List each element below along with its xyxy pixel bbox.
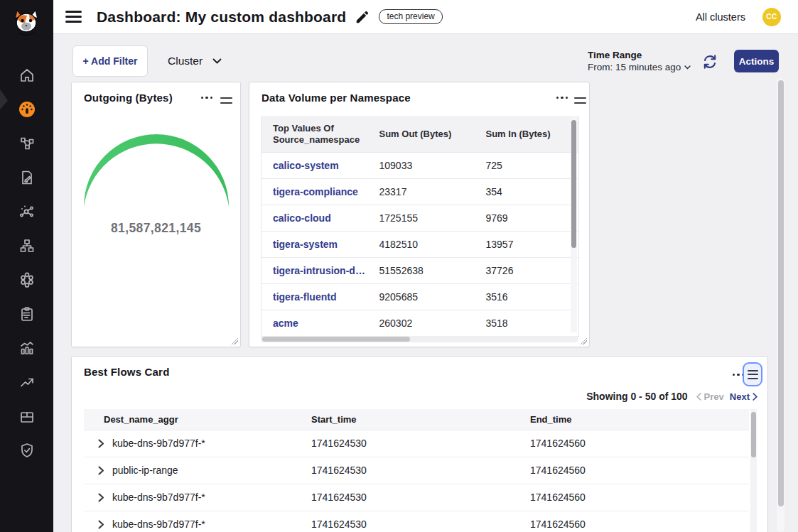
sum-out-value: 109033 xyxy=(368,152,475,178)
table-row: kube-dns-9b7d977f-* 1741624530 174162456… xyxy=(84,430,749,457)
sum-in-value: 37726 xyxy=(475,257,579,283)
namespace-link[interactable]: tigera-fluentd xyxy=(273,291,336,303)
calico-logo xyxy=(11,6,41,37)
connections-icon xyxy=(18,203,36,220)
sum-in-value: 725 xyxy=(475,152,579,178)
service-graph-icon xyxy=(18,135,36,152)
sidebar-item-service-graph[interactable] xyxy=(0,129,53,158)
table-horizontal-scrollbar[interactable] xyxy=(261,336,578,342)
table-row: tigera-system 4182510 13957 xyxy=(261,231,579,257)
sidebar-item-policies[interactable] xyxy=(0,300,53,328)
sum-out-value: 260302 xyxy=(368,310,475,336)
column-header: Start_time xyxy=(311,409,530,430)
time-range-control[interactable]: Time Range From: 15 minutes ago xyxy=(588,50,691,72)
actions-button[interactable]: Actions xyxy=(734,50,779,72)
hamburger-menu-icon[interactable] xyxy=(65,11,82,23)
sidebar-item-packages[interactable] xyxy=(0,402,53,430)
dashboard-gauge-icon xyxy=(18,100,36,119)
namespace-link[interactable]: tigera-compliance xyxy=(273,186,358,197)
table-row: public-ip-range 1741624530 1741624560 xyxy=(84,457,749,484)
namespace-link[interactable]: calico-system xyxy=(273,160,339,171)
gauge-value: 81,587,821,145 xyxy=(72,221,240,236)
network-topology-icon xyxy=(18,237,36,254)
card-title: Data Volume per Namespace xyxy=(261,92,411,104)
sidebar-item-clusters[interactable] xyxy=(0,266,53,294)
document-edit-icon xyxy=(18,169,36,186)
card-resize-handle[interactable] xyxy=(232,338,238,344)
table-row: acme 260302 3518 xyxy=(261,310,579,336)
chevron-down-icon xyxy=(212,58,222,64)
column-header: Dest_name_aggr xyxy=(84,409,311,430)
page-title: Dashboard: My custom dashboard xyxy=(97,9,346,26)
all-clusters-selector[interactable]: All clusters xyxy=(696,11,745,23)
clipboard-icon xyxy=(18,305,36,322)
edit-pencil-icon[interactable] xyxy=(355,9,370,25)
sidebar xyxy=(0,0,53,532)
card-drag-handle-icon[interactable] xyxy=(571,94,589,107)
dest-name: public-ip-range xyxy=(112,465,178,476)
column-header: End_time xyxy=(530,409,749,430)
sidebar-item-connections[interactable] xyxy=(0,197,53,226)
card-resize-handle[interactable] xyxy=(581,338,587,344)
expand-row-chevron-icon[interactable] xyxy=(98,439,104,448)
expand-row-chevron-icon[interactable] xyxy=(98,493,104,502)
start-time: 1741624530 xyxy=(311,457,530,484)
page-vertical-scrollbar[interactable] xyxy=(777,78,784,532)
expand-row-chevron-icon[interactable] xyxy=(98,466,104,475)
sidebar-item-home[interactable] xyxy=(0,61,53,89)
prev-page-button[interactable]: Prev xyxy=(696,391,724,402)
refresh-icon xyxy=(701,53,719,71)
table-row: tigera-compliance 23317 354 xyxy=(261,178,579,205)
best-flows-table: Dest_name_aggr Start_time End_time kube-… xyxy=(84,409,749,532)
namespace-table: Top Values Of Source_namespace Sum Out (… xyxy=(261,116,579,337)
time-range-value: From: 15 minutes ago xyxy=(588,62,681,72)
namespace-link[interactable]: calico-cloud xyxy=(273,212,331,224)
table-vertical-scrollbar[interactable] xyxy=(571,117,577,332)
sum-in-value: 354 xyxy=(475,178,579,205)
table-vertical-scrollbar[interactable] xyxy=(750,409,757,532)
card-drag-handle-focused[interactable] xyxy=(743,362,762,386)
sum-in-value: 3518 xyxy=(475,310,579,336)
chevron-right-icon xyxy=(753,393,757,401)
sidebar-item-flow-logs[interactable] xyxy=(0,163,53,192)
sidebar-item-statistics[interactable] xyxy=(0,334,53,362)
card-menu-icon[interactable] xyxy=(198,94,215,102)
shield-check-icon xyxy=(18,442,36,459)
pagination-status: Showing 0 - 50 of 100 xyxy=(586,391,687,402)
add-filter-button[interactable]: + Add Filter xyxy=(72,45,148,77)
cluster-nodes-icon xyxy=(18,271,36,288)
pagination: Showing 0 - 50 of 100 Prev Next xyxy=(586,391,757,402)
chevron-left-icon xyxy=(696,393,701,401)
cluster-dropdown[interactable]: Cluster xyxy=(168,45,222,77)
dest-name: kube-dns-9b7d977f-* xyxy=(112,438,205,449)
time-range-title: Time Range xyxy=(588,50,691,60)
user-avatar[interactable]: CC xyxy=(762,8,781,26)
dest-name: kube-dns-9b7d977f-* xyxy=(112,492,205,503)
namespace-link[interactable]: tigera-intrusion-d… xyxy=(273,265,365,276)
cluster-dropdown-label: Cluster xyxy=(168,55,203,67)
tech-preview-badge: tech preview xyxy=(379,9,442,24)
sum-out-value: 1725155 xyxy=(368,205,475,231)
start-time: 1741624530 xyxy=(311,484,530,511)
end-time: 1741624560 xyxy=(530,484,749,511)
sidebar-item-network-topology[interactable] xyxy=(0,232,53,260)
expand-row-chevron-icon[interactable] xyxy=(98,520,104,529)
namespace-link[interactable]: acme xyxy=(273,317,298,329)
trend-arrow-icon xyxy=(18,374,36,391)
column-header: Sum Out (Bytes) xyxy=(368,117,475,153)
sum-out-value: 23317 xyxy=(368,178,475,205)
refresh-button[interactable] xyxy=(701,53,719,71)
sum-out-value: 4182510 xyxy=(368,231,475,257)
dest-name: kube-dns-9b7d977f-* xyxy=(112,519,205,530)
namespace-link[interactable]: tigera-system xyxy=(273,239,338,250)
next-page-button[interactable]: Next xyxy=(730,391,757,402)
card-title: Outgoing (Bytes) xyxy=(84,92,173,104)
chevron-down-icon xyxy=(684,65,691,70)
sidebar-item-security[interactable] xyxy=(0,436,53,465)
table-row: kube-dns-9b7d977f-* 1741624530 174162456… xyxy=(84,484,749,511)
card-menu-icon[interactable] xyxy=(554,94,571,102)
sidebar-item-dashboard[interactable] xyxy=(0,95,53,124)
data-volume-card: Data Volume per Namespace Top Values Of … xyxy=(249,82,590,347)
sidebar-item-trends[interactable] xyxy=(0,368,53,396)
card-drag-handle-icon[interactable] xyxy=(217,94,235,107)
